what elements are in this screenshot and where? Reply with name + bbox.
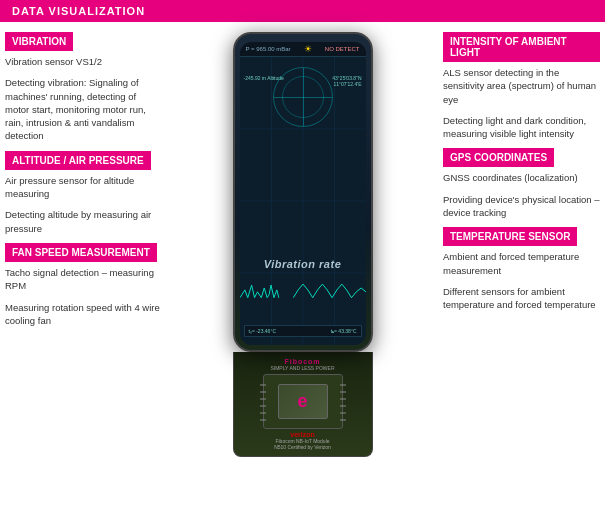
no-detect-text: NO DETECT	[325, 46, 360, 52]
vibration-desc-2: Detecting vibration: Signaling of machin…	[5, 76, 162, 142]
main-content: VIBRATION Vibration sensor VS1/2 Detecti…	[0, 22, 605, 522]
chip-visual: e	[263, 374, 343, 429]
left-column: VIBRATION Vibration sensor VS1/2 Detecti…	[5, 32, 170, 517]
temperature-desc-1: Ambient and forced temperature measureme…	[443, 250, 600, 277]
left-section-vibration: VIBRATION Vibration sensor VS1/2 Detecti…	[5, 32, 162, 143]
fibocom-brand: Fibocom	[284, 358, 320, 365]
temp-cold: t₀= -23.46°C	[249, 328, 277, 334]
sun-icon: ☀	[304, 44, 312, 54]
ambient-light-label: INTENSITY OF AMBIENT LIGHT	[443, 32, 600, 62]
center-column: P = 965.00 mBar ☀ NO DETECT -245.92 m Al…	[170, 32, 435, 517]
phone-chart-area: -245.92 m Altitude 43°25'03.8"N 11°07'12…	[240, 57, 366, 345]
altitude-desc-1: Air pressure sensor for altitude measuri…	[5, 174, 162, 201]
left-section-fan: FAN SPEED MEASUREMENT Tacho signal detec…	[5, 243, 162, 327]
altitude-desc-2: Detecting altitude by measuring air pres…	[5, 208, 162, 235]
phone-screen: P = 965.00 mBar ☀ NO DETECT -245.92 m Al…	[240, 42, 366, 345]
chip-inner: e	[278, 384, 328, 419]
wave-svg	[240, 270, 366, 305]
fan-desc-1: Tacho signal detection – measuring RPM	[5, 266, 162, 293]
ambient-light-desc-2: Detecting light and dark condition, meas…	[443, 114, 600, 141]
temp-hot: t₁= 43.38°C	[331, 328, 357, 334]
verizon-brand: verizon	[290, 431, 315, 438]
fan-desc-2: Measuring rotation speed with 4 wire coo…	[5, 301, 162, 328]
phone-wave	[240, 270, 366, 305]
temperature-label: TEMPERATURE SENSOR	[443, 227, 577, 246]
gps-desc-1: GNSS coordinates (localization)	[443, 171, 600, 184]
pressure-reading: P = 965.00 mBar	[246, 46, 291, 52]
right-column: INTENSITY OF AMBIENT LIGHT ALS sensor de…	[435, 32, 600, 517]
chip-pins-right	[340, 380, 346, 425]
gps-desc-2: Providing device's physical location – d…	[443, 193, 600, 220]
vibration-rate-text: Vibration rate	[240, 258, 366, 270]
temp-bar: t₀= -23.46°C t₁= 43.38°C	[244, 325, 362, 337]
vibration-desc-1: Vibration sensor VS1/2	[5, 55, 162, 68]
temperature-desc-2: Different sensors for ambient temperatur…	[443, 285, 600, 312]
device-phone: P = 965.00 mBar ☀ NO DETECT -245.92 m Al…	[233, 32, 373, 352]
gps-label: GPS COORDINATES	[443, 148, 554, 167]
phone-top-bar: P = 965.00 mBar ☀ NO DETECT	[240, 42, 366, 57]
left-section-altitude: ALTITUDE / AIR PRESSURE Air pressure sen…	[5, 151, 162, 235]
ambient-light-desc-1: ALS sensor detecting in the sensitivity …	[443, 66, 600, 106]
fan-speed-label: FAN SPEED MEASUREMENT	[5, 243, 157, 262]
right-section-gps: GPS COORDINATES GNSS coordinates (locali…	[443, 148, 600, 219]
device-bottom: Fibocom SIMPLY AND LESS POWER	[233, 352, 373, 457]
fibocom-sub: SIMPLY AND LESS POWER	[270, 365, 334, 371]
header-bar: DATA VISUALIZATION	[0, 0, 605, 22]
right-section-temp: TEMPERATURE SENSOR Ambient and forced te…	[443, 227, 600, 311]
chip-logo: e	[297, 391, 307, 412]
nb-iot-text: Fibocom NB-IoT Module N510 Certified by …	[274, 438, 331, 450]
right-section-light: INTENSITY OF AMBIENT LIGHT ALS sensor de…	[443, 32, 600, 140]
vibration-label: VIBRATION	[5, 32, 73, 51]
chip-pins-left	[260, 380, 266, 425]
altitude-label: ALTITUDE / AIR PRESSURE	[5, 151, 151, 170]
